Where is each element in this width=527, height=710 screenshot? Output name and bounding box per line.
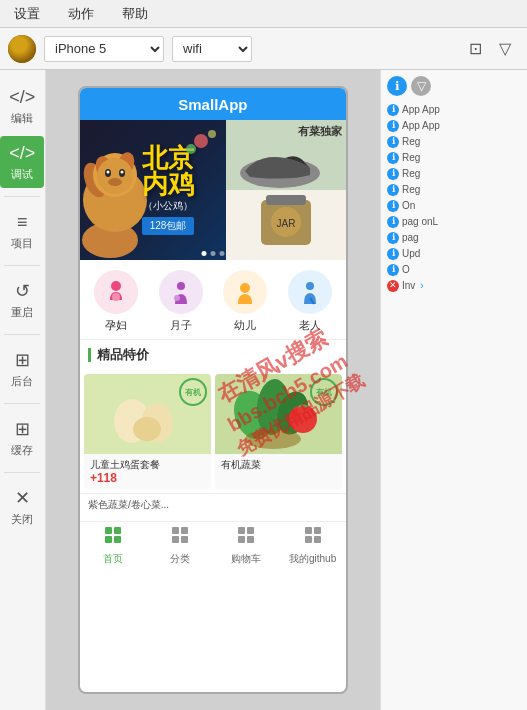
debug-icon: </> [9, 143, 35, 164]
nav-cart[interactable]: 购物车 [213, 522, 280, 569]
svg-rect-41 [247, 527, 254, 534]
log-icon-12: ✕ [387, 280, 399, 292]
log-icon-7: ℹ [387, 200, 399, 212]
svg-rect-47 [314, 536, 321, 543]
log-text-4: Reg [402, 151, 420, 164]
log-icon-10: ℹ [387, 248, 399, 260]
category-elderly[interactable]: 老人 [288, 270, 332, 333]
banner-left: 北京 内鸡 （小公鸡） 128包邮 [80, 120, 226, 260]
sidebar-item-backend[interactable]: ⊞ 后台 [0, 343, 44, 395]
nav-github-label: 我的github [289, 552, 336, 566]
log-icon-5: ℹ [387, 168, 399, 180]
sidebar-item-close[interactable]: ✕ 关闭 [0, 481, 44, 533]
svg-point-18 [112, 293, 120, 301]
log-icon-6: ℹ [387, 184, 399, 196]
log-text-3: Reg [402, 135, 420, 148]
sidebar-item-restart[interactable]: ↺ 重启 [0, 274, 44, 326]
category-area: 孕妇 月子 [80, 260, 346, 339]
log-text-5: Reg [402, 167, 420, 180]
nav-github[interactable]: 我的github [279, 522, 346, 569]
sidebar-label-restart: 重启 [11, 305, 33, 320]
sidebar-label-close: 关闭 [11, 512, 33, 527]
log-icon-1: ℹ [387, 104, 399, 116]
sidebar-divider-3 [4, 334, 40, 335]
log-text-10: Upd [402, 247, 420, 260]
sidebar-item-debug[interactable]: </> 调试 [0, 136, 44, 188]
svg-text:JAR: JAR [277, 218, 296, 229]
log-3: ℹ Reg [387, 135, 521, 148]
section-title: 精品特价 [97, 346, 149, 364]
sidebar-divider-2 [4, 265, 40, 266]
sidebar: </> 编辑 </> 调试 ≡ 项目 ↺ 重启 ⊞ 后台 ⊞ 缓存 ✕ 关 [0, 70, 46, 710]
device-selector[interactable]: iPhone 5 iPhone 6 iPhone 6 Plus [44, 36, 164, 62]
log-text-1: App App [402, 103, 440, 116]
product-img-1: 有机 [84, 374, 211, 454]
svg-rect-37 [181, 527, 188, 534]
section-header: 精品特价 [80, 339, 346, 370]
nav-category[interactable]: 分类 [146, 522, 213, 569]
svg-rect-14 [266, 195, 306, 205]
svg-rect-35 [114, 536, 121, 543]
right-panel: ℹ ▽ ℹ App App ℹ App App ℹ Reg ℹ Reg ℹ Re… [380, 70, 527, 710]
nav-cart-label: 购物车 [231, 552, 261, 566]
log-2: ℹ App App [387, 119, 521, 132]
log-7: ℹ On [387, 199, 521, 212]
dot-3 [219, 251, 224, 256]
nav-category-label: 分类 [170, 552, 190, 566]
svg-point-21 [240, 283, 250, 293]
cart-nav-icon [236, 525, 256, 550]
svg-point-22 [306, 282, 314, 290]
pregnancy-label: 孕妇 [105, 318, 127, 333]
log-1: ℹ App App [387, 103, 521, 116]
product-info-1: 儿童土鸡蛋套餐 +118 [84, 454, 211, 489]
sidebar-label-project: 项目 [11, 236, 33, 251]
bottom-nav: 首页 分类 [80, 521, 346, 569]
sidebar-label-debug: 调试 [11, 167, 33, 182]
rp-info-icon[interactable]: ℹ [387, 76, 407, 96]
svg-rect-34 [105, 536, 112, 543]
svg-point-26 [133, 417, 161, 441]
project-icon: ≡ [17, 212, 28, 233]
toolbar: iPhone 5 iPhone 6 iPhone 6 Plus wifi 2G … [0, 28, 527, 70]
section-bar [88, 348, 91, 362]
log-text-11: O [402, 263, 410, 276]
app-title: SmallApp [178, 96, 247, 113]
sidebar-item-project[interactable]: ≡ 项目 [0, 205, 44, 257]
category-pregnancy[interactable]: 孕妇 [94, 270, 138, 333]
network-selector[interactable]: wifi 2G 3G 4G [172, 36, 252, 62]
close-icon: ✕ [15, 487, 30, 509]
product-card-2[interactable]: 有机 有机蔬菜 [215, 374, 342, 489]
product-name-1: 儿童土鸡蛋套餐 [90, 458, 205, 471]
menu-help[interactable]: 帮助 [118, 3, 152, 25]
log-12: ✕ Inv › [387, 279, 521, 292]
product-card-1[interactable]: 有机 儿童土鸡蛋套餐 +118 [84, 374, 211, 489]
svg-rect-38 [172, 536, 179, 543]
category-maternity[interactable]: 月子 [159, 270, 203, 333]
log-icon-2: ℹ [387, 120, 399, 132]
menu-settings[interactable]: 设置 [10, 3, 44, 25]
toolbar-filter-icon[interactable]: ▽ [491, 35, 519, 63]
edit-icon: </> [9, 87, 35, 108]
banner-price: 128包邮 [142, 217, 195, 235]
svg-rect-45 [314, 527, 321, 534]
nav-home-label: 首页 [103, 552, 123, 566]
log-expand-12[interactable]: › [420, 279, 423, 292]
cache-icon: ⊞ [15, 418, 30, 440]
rp-filter-icon[interactable]: ▽ [411, 76, 431, 96]
nav-home[interactable]: 首页 [80, 522, 147, 569]
svg-point-10 [106, 171, 109, 174]
log-icon-11: ℹ [387, 264, 399, 276]
sidebar-label-backend: 后台 [11, 374, 33, 389]
dot-1 [201, 251, 206, 256]
log-11: ℹ O [387, 263, 521, 276]
log-9: ℹ pag [387, 231, 521, 244]
svg-point-20 [174, 295, 180, 301]
sidebar-item-edit[interactable]: </> 编辑 [0, 80, 44, 132]
log-text-6: Reg [402, 183, 420, 196]
sidebar-item-cache[interactable]: ⊞ 缓存 [0, 412, 44, 464]
banner-area[interactable]: 北京 内鸡 （小公鸡） 128包邮 有菜独家 [80, 120, 346, 260]
menu-actions[interactable]: 动作 [64, 3, 98, 25]
log-10: ℹ Upd [387, 247, 521, 260]
category-infant[interactable]: 幼儿 [223, 270, 267, 333]
toolbar-scan-icon[interactable]: ⊡ [461, 35, 489, 63]
